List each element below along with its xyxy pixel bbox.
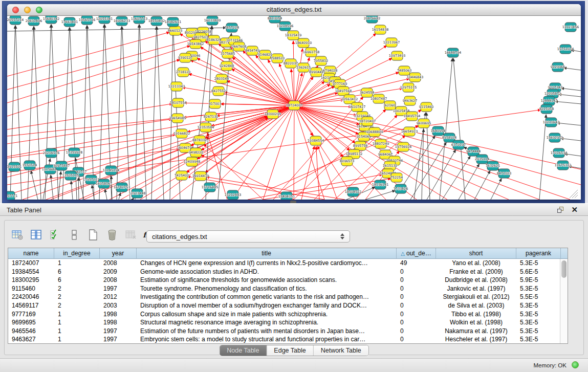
table-cell[interactable]: 5.3E-5 [516,318,560,327]
table-row[interactable]: 977716911998Corpus callosum shape and si… [8,310,560,319]
table-cell[interactable]: 0 [397,285,436,293]
network-node[interactable]: 11145194 [103,166,120,175]
network-node[interactable]: 16857771 [7,191,17,200]
network-node[interactable]: 6379197 [451,140,466,149]
table-row[interactable]: 1938455462009Genome-wide association stu… [8,268,560,276]
node-table[interactable]: namein_degreeyeartitle△out_de…shortpager… [8,248,568,344]
network-node[interactable]: 2718120 [176,68,190,77]
table-cell[interactable]: 9115460 [8,285,54,293]
create-column-button[interactable] [86,228,100,242]
table-cell[interactable]: 0 [397,318,436,327]
table-row[interactable]: 911546021997Tourette syndrome. Phenomeno… [8,285,560,293]
table-cell[interactable]: Corpus callosum shape and size in male p… [137,310,397,319]
network-node[interactable]: 17016534 [551,148,568,158]
network-canvas[interactable]: 1872400718325419186409101696175879558121… [7,16,581,200]
network-node[interactable]: 7955812 [314,56,328,65]
network-node[interactable]: 817003 [209,99,221,108]
table-row[interactable]: 1456911722003Disruption of a novel membe… [8,301,560,310]
table-cell[interactable]: Tourette syndrome. Phenomenology and cla… [137,285,397,293]
table-settings-button[interactable] [10,228,25,242]
column-header-out_de[interactable]: △out_de… [397,248,436,258]
table-cell[interactable]: 5.3E-5 [516,327,560,336]
table-cell[interactable]: 2 [54,293,100,301]
table-header-row[interactable]: namein_degreeyeartitle△out_de…shortpager… [8,248,568,259]
network-node[interactable]: 15751074 [557,45,574,54]
network-node[interactable]: 15716485 [202,183,219,192]
table-row[interactable]: 2242004622012Investigating the contribut… [8,293,560,301]
column-header-short[interactable]: short [436,248,516,258]
table-cell[interactable]: 1 [54,310,100,319]
table-cell[interactable]: 49 [397,259,436,268]
table-cell[interactable]: 1997 [100,335,137,343]
table-cell[interactable]: Structural magnetic resonance image aver… [137,318,397,327]
delete-column-button[interactable] [105,228,119,242]
table-cell[interactable]: 0 [397,335,436,343]
table-cell[interactable]: 1997 [100,327,137,336]
table-cell[interactable]: Tibbo et al. (1998) [436,310,516,319]
network-node[interactable]: 11123456 [562,23,579,32]
import-table-button[interactable] [124,228,138,242]
network-node[interactable]: 11675312 [555,161,572,170]
table-cell[interactable]: Nakamura et al. (1997) [436,327,516,336]
network-node[interactable]: 8427552 [211,86,226,96]
table-cell[interactable]: 9699695 [8,318,54,327]
network-node[interactable]: 19565716 [79,16,96,25]
table-selector-combo[interactable]: citations_edges.txt [146,230,350,243]
table-cell[interactable]: Dudbridge et al. (2008) [436,276,516,285]
column-header-year[interactable]: year [100,248,137,258]
network-node[interactable]: 16154838 [372,25,389,34]
network-node[interactable]: 20691406 [26,16,42,26]
network-node[interactable]: 15680342 [43,16,60,24]
network-node[interactable]: 8660123 [168,26,182,35]
network-node[interactable]: 9390127 [178,53,192,62]
network-node[interactable]: 8471023 [497,169,511,178]
table-cell[interactable]: Disruption of a novel member of a sodium… [137,301,397,310]
network-node[interactable]: 15404351 [278,192,295,200]
table-cell[interactable]: 5.6E-5 [516,268,560,276]
table-cell[interactable]: Estimation of the future numbers of pati… [137,327,397,336]
table-cell[interactable]: 0 [397,310,436,319]
network-node[interactable]: 10973493 [389,51,406,60]
table-cell[interactable]: 1997 [100,285,137,293]
table-cell[interactable]: 2003 [100,301,137,310]
network-node[interactable]: 8990448 [309,68,323,77]
network-node[interactable]: 752254 [390,173,403,182]
table-cell[interactable]: 0 [397,327,436,336]
network-node[interactable]: 18550892 [148,16,165,26]
network-node[interactable]: 19756928 [395,142,412,151]
network-node[interactable]: 3175685 [221,49,235,58]
network-node[interactable]: 12055341 [96,16,113,24]
table-cell[interactable]: 19384554 [8,268,54,276]
network-node[interactable]: 7485063 [397,66,411,75]
network-node[interactable]: 62160 [384,101,396,110]
window-titlebar[interactable]: citations_edges.txt [7,4,581,16]
network-node[interactable]: 8813054 [268,16,282,23]
network-node[interactable]: 9498222 [189,148,203,157]
row-format-button[interactable] [67,228,81,242]
table-cell[interactable]: 5.5E-5 [516,293,560,301]
table-cell[interactable]: Yano et al. (2008) [436,259,516,268]
network-node[interactable]: 3915501 [7,162,21,171]
table-cell[interactable]: 22420046 [8,293,54,301]
network-node[interactable]: 15692971 [547,133,563,142]
tab-node-table[interactable]: Node Table [220,345,267,356]
tab-edge-table[interactable]: Edge Table [267,345,313,356]
network-node[interactable]: 19166822 [173,129,190,138]
table-cell[interactable]: Jankovic et al. (1997) [436,285,516,293]
resize-grip-icon[interactable] [572,192,578,198]
column-visibility-button[interactable] [48,228,62,242]
table-cell[interactable]: 0 [397,301,436,310]
network-node[interactable]: 7857224 [225,23,239,32]
citation-network-graph[interactable]: 1872400718325419186409101696175879558121… [7,16,581,200]
minimize-window-button[interactable] [24,7,31,13]
table-cell[interactable]: de Silva et al. (2003) [436,301,516,310]
network-node[interactable]: 1640954 [431,126,445,136]
table-cell[interactable]: 5.3E-5 [516,259,560,268]
table-cell[interactable]: 18724007 [8,259,54,268]
network-node[interactable]: 16906233 [114,16,130,26]
table-cell[interactable]: 1 [54,327,100,336]
network-node[interactable]: 8267130 [204,112,218,121]
table-row[interactable]: 1872400712008Changes of HCN gene express… [8,259,560,268]
table-cell[interactable]: 5.3E-5 [516,310,560,319]
table-cell[interactable]: Hescheler et al. (1997) [436,335,516,343]
